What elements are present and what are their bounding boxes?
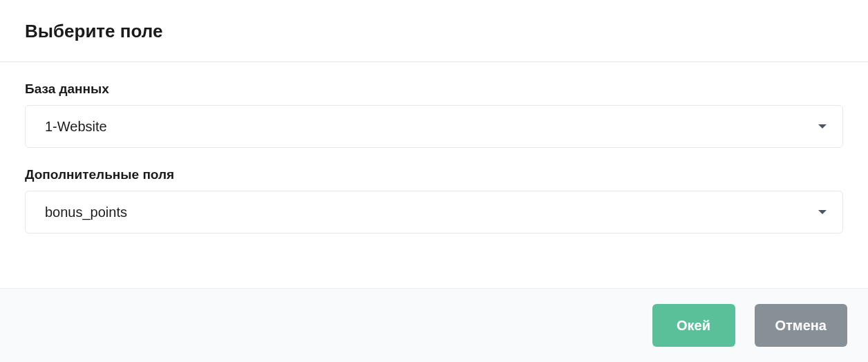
ok-button[interactable]: Окей <box>652 304 735 347</box>
database-select[interactable]: 1-Website <box>25 105 843 148</box>
database-select-value: 1-Website <box>45 119 107 135</box>
dialog-content: База данных 1-Website Дополнительные пол… <box>0 62 868 288</box>
additional-fields-select-value: bonus_points <box>45 204 127 220</box>
additional-fields-select[interactable]: bonus_points <box>25 191 843 234</box>
database-select-wrapper: 1-Website <box>25 105 843 148</box>
dialog-footer: Окей Отмена <box>0 288 868 362</box>
dialog-header: Выберите поле <box>0 0 868 62</box>
additional-fields-group: Дополнительные поля bonus_points <box>25 167 843 234</box>
database-label: База данных <box>25 82 843 97</box>
dialog-title: Выберите поле <box>25 21 843 42</box>
additional-fields-select-wrapper: bonus_points <box>25 191 843 234</box>
database-field-group: База данных 1-Website <box>25 82 843 148</box>
cancel-button[interactable]: Отмена <box>755 304 847 347</box>
additional-fields-label: Дополнительные поля <box>25 167 843 182</box>
